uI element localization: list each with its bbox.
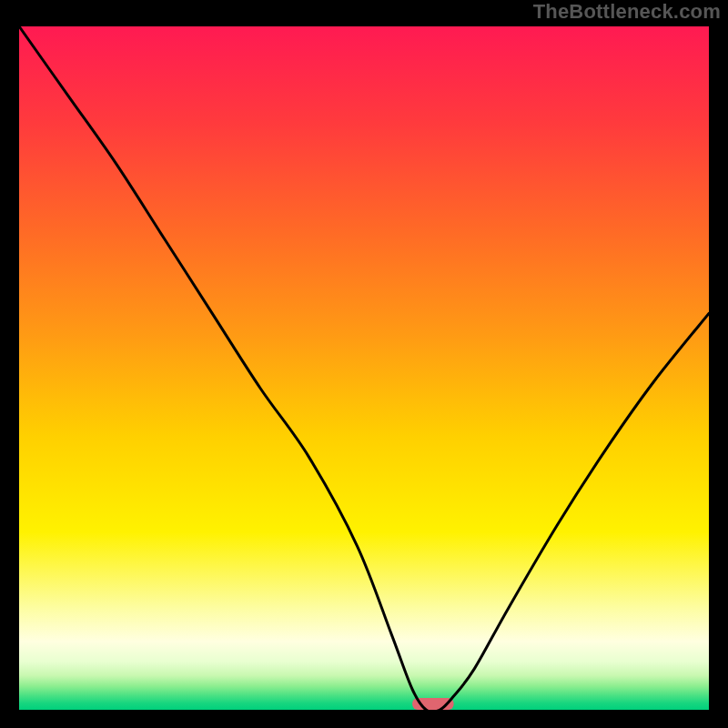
bottleneck-chart xyxy=(19,26,709,710)
chart-frame: TheBottleneck.com xyxy=(0,0,728,728)
gradient-background xyxy=(19,26,709,710)
attribution-text: TheBottleneck.com xyxy=(533,0,721,24)
